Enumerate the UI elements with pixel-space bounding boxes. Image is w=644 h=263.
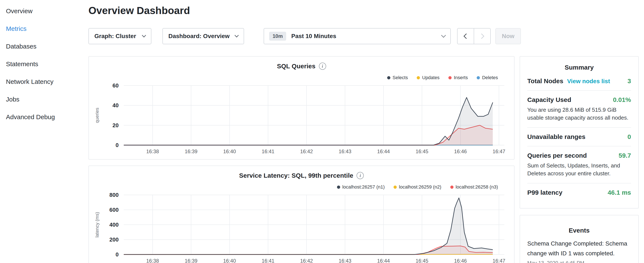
svg-text:16:44: 16:44 bbox=[377, 258, 390, 263]
time-range-dropdown[interactable]: 10m Past 10 Minutes bbox=[264, 28, 451, 44]
summary-row-label: Total Nodes bbox=[527, 78, 563, 85]
summary-value: 3 bbox=[628, 78, 631, 85]
sidebar-item-databases[interactable]: Databases bbox=[6, 40, 88, 53]
time-range-pager bbox=[457, 28, 491, 44]
chevron-left-icon bbox=[464, 34, 469, 39]
svg-text:16:43: 16:43 bbox=[339, 258, 352, 263]
svg-text:latency (ms): latency (ms) bbox=[94, 212, 100, 237]
svg-text:400: 400 bbox=[110, 221, 119, 228]
sidebar-item-advanced-debug[interactable]: Advanced Debug bbox=[6, 111, 88, 123]
svg-text:16:39: 16:39 bbox=[185, 149, 198, 154]
event-message: Schema Change Completed: Schema change w… bbox=[527, 239, 631, 258]
sidebar-item-jobs[interactable]: Jobs bbox=[6, 93, 88, 106]
legend-dot-icon bbox=[450, 185, 454, 189]
legend-item: localhost:26258 (n3) bbox=[450, 184, 498, 190]
svg-text:16:43: 16:43 bbox=[339, 149, 352, 154]
summary-row-total-nodes: Total Nodes View nodes list 3 bbox=[527, 72, 631, 91]
prev-range-button[interactable] bbox=[457, 28, 474, 44]
summary-row-description: You are using 28.6 MiB of 515.9 GiB usab… bbox=[527, 106, 631, 122]
svg-text:16:45: 16:45 bbox=[416, 149, 428, 154]
view-nodes-list-link[interactable]: View nodes list bbox=[567, 78, 610, 85]
summary-title: Summary bbox=[527, 64, 631, 71]
svg-text:16:46: 16:46 bbox=[454, 149, 467, 154]
legend-item: Deletes bbox=[477, 75, 498, 80]
svg-text:16:41: 16:41 bbox=[262, 258, 274, 263]
main-content: Overview Dashboard Graph: Cluster Dashbo… bbox=[88, 0, 514, 263]
svg-text:16:38: 16:38 bbox=[146, 149, 159, 154]
legend-label: Selects bbox=[392, 75, 408, 80]
chevron-down-icon bbox=[142, 33, 146, 38]
svg-text:16:41: 16:41 bbox=[262, 149, 274, 154]
legend-item: localhost:26257 (n1) bbox=[337, 184, 384, 190]
time-range-label: Past 10 Minutes bbox=[291, 33, 336, 40]
events-title: Events bbox=[527, 227, 631, 234]
summary-row-capacity-used: Capacity Used 0.01% You are using 28.6 M… bbox=[527, 91, 631, 128]
toolbar: Graph: Cluster Dashboard: Overview 10m P… bbox=[88, 28, 521, 44]
chart-title: Service Latency: SQL, 99th percentile bbox=[239, 172, 353, 179]
svg-text:16:38: 16:38 bbox=[146, 258, 159, 263]
chevron-right-icon bbox=[479, 34, 484, 39]
sidebar-item-overview[interactable]: Overview bbox=[6, 5, 88, 18]
svg-text:16:40: 16:40 bbox=[223, 149, 236, 154]
chart-legend: localhost:26257 (n1)localhost:26259 (n2)… bbox=[337, 184, 498, 190]
legend-dot-icon bbox=[477, 76, 480, 79]
legend-dot-icon bbox=[448, 76, 452, 79]
legend-label: Deletes bbox=[482, 75, 498, 80]
events-panel: Events Schema Change Completed: Schema c… bbox=[520, 215, 639, 263]
svg-text:40: 40 bbox=[112, 102, 119, 109]
time-range-badge: 10m bbox=[269, 32, 286, 41]
event-item: Schema Change Completed: Schema change w… bbox=[527, 239, 631, 263]
chart-legend: SelectsUpdatesInsertsDeletes bbox=[387, 75, 498, 80]
svg-text:16:47: 16:47 bbox=[492, 149, 506, 154]
svg-text:800: 800 bbox=[110, 192, 119, 198]
chart-header: Service Latency: SQL, 99th percentile i bbox=[89, 172, 514, 179]
summary-row-unavailable-ranges: Unavailable ranges 0 bbox=[527, 128, 631, 146]
svg-text:60: 60 bbox=[112, 82, 119, 89]
svg-text:0: 0 bbox=[116, 142, 119, 148]
summary-row-description: Sum of Selects, Updates, Inserts, and De… bbox=[527, 162, 631, 177]
event-timestamp: May 13, 2020 at 4:45 PM bbox=[527, 260, 631, 263]
legend-dot-icon bbox=[417, 76, 420, 79]
chevron-down-icon bbox=[441, 33, 446, 38]
summary-value: 59.7 bbox=[619, 152, 631, 159]
svg-text:16:47: 16:47 bbox=[492, 258, 506, 263]
legend-item: localhost:26259 (n2) bbox=[394, 184, 441, 190]
page-title: Overview Dashboard bbox=[88, 5, 190, 16]
svg-text:20: 20 bbox=[112, 122, 119, 129]
legend-label: Updates bbox=[422, 75, 440, 80]
dashboard-dropdown[interactable]: Dashboard: Overview bbox=[162, 28, 244, 44]
sidebar: Overview Metrics Databases Statements Ne… bbox=[0, 0, 88, 263]
sidebar-item-statements[interactable]: Statements bbox=[6, 58, 88, 70]
legend-item: Updates bbox=[417, 75, 440, 80]
sql-queries-plot: 020406016:3816:3916:4016:4116:4216:4316:… bbox=[89, 57, 515, 159]
dashboard-dropdown-label: Dashboard: Overview bbox=[168, 33, 230, 40]
chart-header: SQL Queries i bbox=[89, 63, 514, 70]
summary-row-label: Unavailable ranges bbox=[527, 133, 585, 140]
graph-dropdown-label: Graph: Cluster bbox=[94, 33, 136, 40]
legend-label: localhost:26257 (n1) bbox=[342, 184, 384, 190]
legend-label: localhost:26259 (n2) bbox=[399, 184, 441, 190]
svg-text:16:42: 16:42 bbox=[300, 149, 313, 154]
svg-text:16:46: 16:46 bbox=[454, 258, 467, 263]
summary-row-label: P99 latency bbox=[527, 189, 562, 196]
chart-canvas: 020040060080016:3816:3916:4016:4116:4216… bbox=[89, 166, 515, 263]
chart-title: SQL Queries bbox=[277, 63, 315, 70]
svg-text:16:39: 16:39 bbox=[185, 258, 198, 263]
summary-panel: Summary Total Nodes View nodes list 3 Ca… bbox=[520, 56, 639, 208]
sql-queries-panel: 020406016:3816:3916:4016:4116:4216:4316:… bbox=[88, 56, 514, 160]
legend-label: localhost:26258 (n3) bbox=[456, 184, 498, 190]
next-range-button[interactable] bbox=[474, 28, 491, 44]
summary-value: 0.01% bbox=[613, 96, 631, 103]
legend-dot-icon bbox=[394, 185, 397, 189]
summary-value: 46.1 ms bbox=[608, 189, 631, 196]
info-icon[interactable]: i bbox=[319, 63, 326, 70]
legend-label: Inserts bbox=[454, 75, 468, 80]
now-button[interactable]: Now bbox=[496, 28, 521, 44]
legend-item: Inserts bbox=[448, 75, 468, 80]
sidebar-item-metrics[interactable]: Metrics bbox=[6, 22, 88, 35]
info-icon[interactable]: i bbox=[356, 172, 364, 179]
svg-text:queries: queries bbox=[94, 108, 100, 123]
svg-text:16:45: 16:45 bbox=[416, 258, 428, 263]
sidebar-item-network-latency[interactable]: Network Latency bbox=[6, 75, 88, 88]
graph-dropdown[interactable]: Graph: Cluster bbox=[88, 28, 152, 44]
